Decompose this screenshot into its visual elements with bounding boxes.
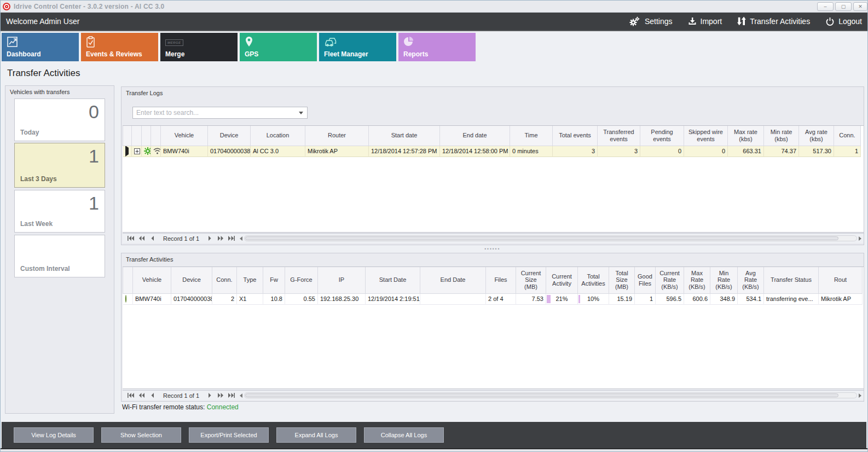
logout-button[interactable]: Logout — [825, 17, 862, 26]
col-current-activity[interactable]: Current Activity — [546, 267, 578, 293]
settings-button[interactable]: Settings — [629, 16, 673, 26]
transfer-log-row[interactable]: BMW740i 017040000038 Al CC 3.0 Mikrotik … — [123, 146, 861, 157]
collapse-all-logs-button[interactable]: Collapse All Logs — [364, 427, 444, 443]
scroll-right-icon[interactable] — [859, 393, 861, 398]
cell2-total-activities: 10% — [578, 293, 609, 304]
card-last-week[interactable]: 1 Last Week — [14, 190, 105, 233]
cell2-transfer-status: transferring eve... — [764, 293, 819, 304]
transfer-activities-button[interactable]: Transfer Activities — [737, 16, 810, 26]
scroll-left-icon[interactable] — [240, 393, 242, 398]
col-device2[interactable]: Device — [171, 267, 212, 293]
transfer-logs-title: Transfer Logs — [121, 87, 864, 96]
view-log-details-button[interactable]: View Log Details — [14, 427, 94, 443]
col-start-date2[interactable]: Start Date — [366, 267, 420, 293]
card-today[interactable]: 0 Today — [14, 98, 105, 141]
nav-next-page-button[interactable] — [216, 235, 225, 242]
col-end-date[interactable]: End date — [440, 126, 510, 146]
nav-next-button[interactable] — [205, 392, 215, 399]
cell-max-rate: 663.31 — [728, 146, 764, 157]
tile-gps[interactable]: GPS — [240, 33, 317, 61]
nav-next-page-button[interactable] — [216, 392, 225, 399]
maximize-button[interactable]: ▢ — [835, 2, 852, 11]
col-time[interactable]: Time — [510, 126, 553, 146]
gears-icon — [629, 16, 641, 26]
nav-last-button[interactable] — [227, 392, 236, 399]
welcome-text: Welcome Admin User — [6, 17, 79, 26]
col-start-date[interactable]: Start date — [369, 126, 440, 146]
nav-first-button[interactable] — [126, 235, 136, 242]
col-avg-rate[interactable]: Avg rate (kbs) — [799, 126, 834, 146]
tile-events-reviews[interactable]: Events & Reviews — [81, 33, 158, 61]
logs-horizontal-scrollbar[interactable] — [240, 235, 861, 242]
col-vehicle[interactable]: Vehicle — [161, 126, 208, 146]
map-pin-icon — [245, 36, 253, 50]
import-button[interactable]: Import — [688, 17, 722, 26]
col-fw[interactable]: Fw — [263, 267, 285, 293]
close-button[interactable]: ✕ — [853, 2, 867, 11]
scrollbar-thumb[interactable] — [245, 236, 838, 240]
scroll-right-icon[interactable] — [859, 236, 861, 241]
col-good-files[interactable]: Good Files — [635, 267, 656, 293]
expand-all-logs-button[interactable]: Expand All Logs — [276, 427, 356, 443]
panel-splitter[interactable]: ▪▪▪▪▪▪ — [121, 246, 864, 252]
col-skipped-wire-events[interactable]: Skipped wire events — [684, 126, 728, 146]
col-type[interactable]: Type — [237, 267, 263, 293]
nav-prev-page-button[interactable] — [137, 392, 147, 399]
show-selection-button[interactable]: Show Selection — [101, 427, 181, 443]
col-location[interactable]: Location — [251, 126, 305, 146]
tile-merge[interactable]: MERGE Merge — [160, 33, 238, 61]
col-end-date2[interactable]: End Date — [420, 267, 486, 293]
expand-cell[interactable] — [132, 146, 142, 157]
minimize-button[interactable]: – — [817, 2, 834, 11]
transfer-activities-label: Transfer Activities — [750, 17, 810, 26]
tile-fleet-manager[interactable]: Fleet Manager — [319, 33, 396, 61]
col-conn[interactable]: Conn. — [834, 126, 861, 146]
chevron-down-icon[interactable] — [299, 112, 303, 114]
export-print-selected-button[interactable]: Export/Print Selected — [189, 427, 269, 443]
col-device[interactable]: Device — [208, 126, 251, 146]
line-chart-icon — [7, 36, 19, 50]
col-ip[interactable]: IP — [318, 267, 366, 293]
col-vehicle2[interactable]: Vehicle — [133, 267, 171, 293]
col-min-rate[interactable]: Min rate (kbs) — [764, 126, 799, 146]
search-combobox[interactable] — [132, 107, 308, 119]
col-conn2[interactable]: Conn. — [212, 267, 237, 293]
col-max-rate[interactable]: Max rate (kbs) — [728, 126, 764, 146]
tile-reports[interactable]: Reports — [398, 33, 476, 61]
col-total-size[interactable]: Total Size (MB) — [609, 267, 635, 293]
col-gear — [142, 126, 151, 146]
col-files[interactable]: Files — [486, 267, 516, 293]
transfer-activity-row[interactable]: BMW740i 017040000038 2 X1 10.8 0.55 192.… — [123, 293, 863, 304]
settings-label: Settings — [645, 17, 673, 26]
cell2-end-date — [420, 293, 486, 304]
cell2-fw: 10.8 — [263, 293, 285, 304]
col-total-activities[interactable]: Total Activities — [578, 267, 609, 293]
card-custom-interval[interactable]: Custom Interval — [14, 235, 105, 277]
col-gforce[interactable]: G-Force — [285, 267, 318, 293]
scrollbar-thumb[interactable] — [245, 393, 838, 397]
col-router[interactable]: Router — [305, 126, 369, 146]
col-min-rate2[interactable]: Min Rate (KB/s) — [710, 267, 738, 293]
activities-horizontal-scrollbar[interactable] — [240, 392, 861, 399]
col-pending-events[interactable]: Pending events — [640, 126, 684, 146]
nav-next-button[interactable] — [205, 235, 215, 242]
expand-plus-icon[interactable] — [134, 148, 140, 154]
nav-prev-button[interactable] — [148, 392, 158, 399]
col-router2[interactable]: Rout — [819, 267, 863, 293]
card-last-3-days[interactable]: 1 Last 3 Days — [14, 143, 105, 188]
nav-last-button[interactable] — [227, 235, 236, 242]
scroll-left-icon[interactable] — [240, 236, 242, 241]
nav-prev-button[interactable] — [148, 235, 158, 242]
col-transfer-status[interactable]: Transfer Status — [764, 267, 819, 293]
col-current-size[interactable]: Current Size (MB) — [516, 267, 546, 293]
col-avg-rate2[interactable]: Avg Rate (KB/s) — [738, 267, 764, 293]
search-input[interactable] — [133, 109, 299, 117]
col-max-rate2[interactable]: Max Rate (KB/s) — [684, 267, 710, 293]
gear-cell — [142, 146, 151, 157]
col-current-rate[interactable]: Current Rate (KB/s) — [656, 267, 684, 293]
col-transferred-events[interactable]: Transferred events — [598, 126, 640, 146]
col-total-events[interactable]: Total events — [553, 126, 598, 146]
nav-first-button[interactable] — [126, 392, 136, 399]
nav-prev-page-button[interactable] — [137, 235, 147, 242]
tile-dashboard[interactable]: Dashboard — [2, 33, 79, 61]
